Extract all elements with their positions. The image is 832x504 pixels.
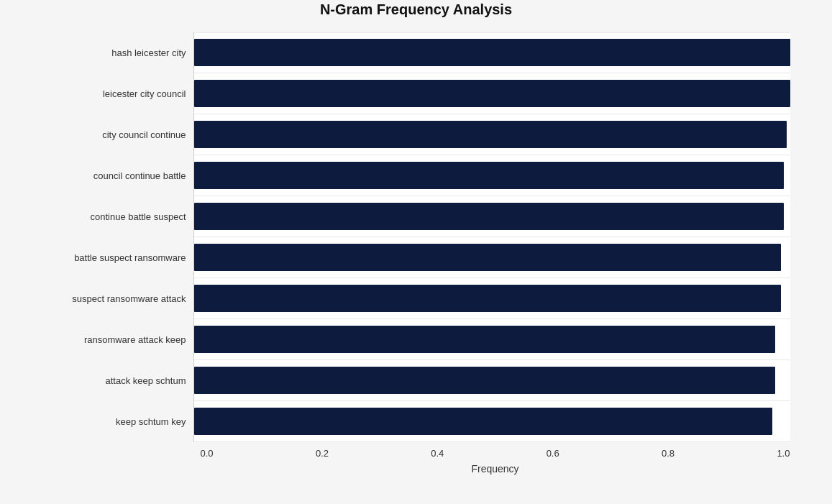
bar [194, 39, 790, 66]
x-tick: 1.0 [777, 448, 790, 459]
bar-row [194, 401, 790, 442]
bar [194, 408, 772, 435]
y-label: battle suspect ransomware [42, 237, 186, 278]
bar-row [194, 319, 790, 360]
bar [194, 244, 782, 271]
x-tick: 0.0 [201, 448, 214, 459]
bar [194, 121, 787, 148]
x-axis-area: 0.00.20.40.60.81.0 Frequency [201, 442, 790, 475]
y-label: continue battle suspect [42, 196, 186, 237]
x-tick: 0.8 [662, 448, 675, 459]
bar [194, 326, 775, 353]
y-labels: hash leicester cityleicester city counci… [42, 32, 193, 442]
chart-container: N-Gram Frequency Analysis hash leicester… [21, 0, 812, 504]
bar-row [194, 155, 790, 196]
x-ticks: 0.00.20.40.60.81.0 [201, 448, 790, 459]
y-label: attack keep schtum [42, 360, 186, 401]
x-tick: 0.2 [316, 448, 329, 459]
bar [194, 162, 785, 189]
bars-area [193, 32, 790, 442]
x-axis-label: Frequency [201, 463, 790, 475]
y-label: hash leicester city [42, 32, 186, 73]
x-tick: 0.6 [547, 448, 559, 459]
bar [194, 203, 785, 230]
bar-row [194, 196, 790, 237]
chart-title: N-Gram Frequency Analysis [42, 1, 790, 18]
bar-row [194, 237, 790, 278]
bar [194, 80, 790, 107]
chart-area: hash leicester cityleicester city counci… [42, 32, 790, 442]
y-label: council continue battle [42, 155, 186, 196]
bar-row [194, 114, 790, 155]
x-tick: 0.4 [431, 448, 444, 459]
bar-row [194, 73, 790, 114]
bar-row [194, 278, 790, 319]
bar-row [194, 32, 790, 73]
y-label: keep schtum key [42, 401, 186, 442]
y-label: leicester city council [42, 73, 186, 114]
y-label: ransomware attack keep [42, 319, 186, 360]
bar [194, 367, 775, 394]
bar [194, 285, 782, 312]
bar-row [194, 360, 790, 401]
y-label: suspect ransomware attack [42, 278, 186, 319]
y-label: city council continue [42, 114, 186, 155]
